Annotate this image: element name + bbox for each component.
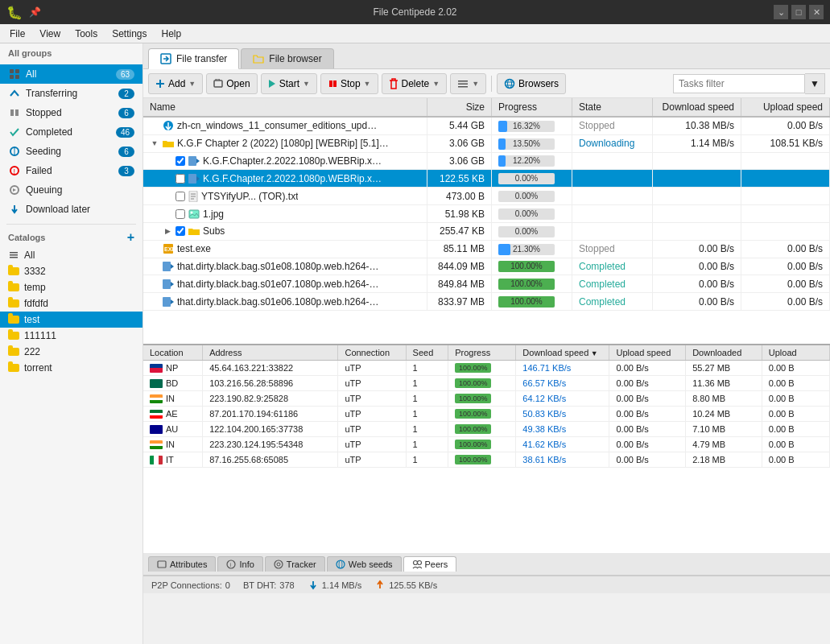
start-button[interactable]: Start ▼ xyxy=(261,73,317,94)
col-size[interactable]: Size xyxy=(427,98,492,117)
col-name[interactable]: Name xyxy=(143,98,427,117)
table-row[interactable]: ▶Subs255.47 KB0.00% xyxy=(143,222,830,240)
peers-col-seed[interactable]: Seed xyxy=(406,345,448,361)
row-checkbox[interactable] xyxy=(175,226,185,236)
row-checkbox[interactable] xyxy=(175,156,185,166)
col-progress[interactable]: Progress xyxy=(492,98,572,117)
table-row[interactable]: zh-cn_windows_11_consumer_editions_upd…5… xyxy=(143,117,830,134)
sidebar-item-transferring[interactable]: Transferring 2 xyxy=(0,84,142,103)
peer-uploaded-cell: 0.00 B xyxy=(762,422,829,437)
tab-tracker[interactable]: Tracker xyxy=(265,556,325,572)
peer-uploaded-cell: 0.00 B xyxy=(762,452,829,468)
menu-help[interactable]: Help xyxy=(155,27,188,41)
catalog-test[interactable]: test xyxy=(0,312,142,328)
peers-col-dl-speed[interactable]: Download speed xyxy=(516,345,609,361)
minimize-button[interactable]: ⌄ xyxy=(774,5,788,19)
tab-peers[interactable]: Peers xyxy=(403,556,457,572)
location-text: IN xyxy=(166,440,175,449)
catalog-3332[interactable]: 3332 xyxy=(0,263,142,279)
table-row[interactable]: that.dirty.black.bag.s01e08.1080p.web.h2… xyxy=(143,258,830,275)
expand-button[interactable]: ▶ xyxy=(163,226,172,236)
peers-row[interactable]: IN 223.230.124.195:54348 uTP 1 100.00% 4… xyxy=(143,437,830,452)
completed-icon xyxy=(8,126,21,138)
stop-button[interactable]: Stop ▼ xyxy=(320,73,378,94)
open-button[interactable]: Open xyxy=(206,73,257,94)
sidebar-item-queuing[interactable]: Queuing xyxy=(0,180,142,200)
expand-button[interactable]: ▼ xyxy=(150,138,159,148)
sidebar-item-seeding[interactable]: Seeding 6 xyxy=(0,142,142,161)
catalog-all[interactable]: All xyxy=(0,247,142,263)
sidebar-item-stopped[interactable]: Stopped 6 xyxy=(0,103,142,122)
more-button[interactable]: ▼ xyxy=(450,73,486,94)
table-row[interactable]: EXEtest.exe85.11 MB21.30%Stopped0.00 B/s… xyxy=(143,240,830,258)
catalog-fdfdfd[interactable]: fdfdfd xyxy=(0,295,142,312)
catalog-222[interactable]: 222 xyxy=(0,344,142,360)
catalog-temp[interactable]: temp xyxy=(0,279,142,295)
sidebar-item-completed[interactable]: Completed 46 xyxy=(0,122,142,142)
tab-info[interactable]: i Info xyxy=(217,556,262,572)
peers-col-upload[interactable]: Upload xyxy=(762,345,829,361)
browsers-button[interactable]: Browsers xyxy=(497,73,566,94)
table-row[interactable]: 1.jpg51.98 KB0.00% xyxy=(143,205,830,223)
peers-table-wrapper[interactable]: Location Address Connection Seed Progres… xyxy=(143,345,830,553)
table-row[interactable]: K.G.F.Chapter.2.2022.1080p.WEBRip.x…122.… xyxy=(143,170,830,188)
transfers-table-wrapper[interactable]: Name Size Progress State Download speed … xyxy=(143,98,830,344)
col-dl-speed[interactable]: Download speed xyxy=(653,98,741,117)
catalog-111111[interactable]: 111111 xyxy=(0,328,142,344)
peers-row[interactable]: IT 87.16.255.68:65085 uTP 1 100.00% 38.6… xyxy=(143,452,830,468)
peers-row[interactable]: BD 103.216.56.28:58896 uTP 1 100.00% 66.… xyxy=(143,376,830,391)
menu-tools[interactable]: Tools xyxy=(68,27,104,41)
peers-col-ul-speed[interactable]: Upload speed xyxy=(609,345,686,361)
tab-web-seeds[interactable]: Web seeds xyxy=(327,556,402,572)
tab-attributes[interactable]: Attributes xyxy=(148,556,216,572)
peers-col-progress[interactable]: Progress xyxy=(448,345,516,361)
table-row[interactable]: that.dirty.black.bag.s01e06.1080p.web.h2… xyxy=(143,293,830,311)
row-checkbox[interactable] xyxy=(175,192,185,201)
transfers-table: Name Size Progress State Download speed … xyxy=(143,98,830,311)
peers-row[interactable]: AE 87.201.170.194:61186 uTP 1 100.00% 50… xyxy=(143,407,830,422)
close-button[interactable]: ✕ xyxy=(809,5,824,19)
table-row[interactable]: that.dirty.black.bag.s01e07.1080p.web.h2… xyxy=(143,275,830,293)
menu-view[interactable]: View xyxy=(33,27,67,41)
peers-col-downloaded[interactable]: Downloaded xyxy=(686,345,762,361)
image-icon xyxy=(188,209,200,219)
sidebar-item-download-later[interactable]: Download later xyxy=(0,200,142,219)
sidebar-item-all[interactable]: All 63 xyxy=(0,64,142,84)
sidebar-stopped-label: Stopped xyxy=(26,107,114,118)
tab-file-browser[interactable]: File browser xyxy=(241,48,333,68)
catalog-torrent[interactable]: torrent xyxy=(0,360,142,376)
table-row[interactable]: YTSYifyUP... (TOR).txt473.00 B0.00% xyxy=(143,188,830,205)
peers-row[interactable]: IN 223.190.82.9:25828 uTP 1 100.00% 64.1… xyxy=(143,391,830,407)
add-catalog-button[interactable]: + xyxy=(127,231,134,244)
table-row[interactable]: ▼K.G.F Chapter 2 (2022) [1080p] [WEBRip]… xyxy=(143,134,830,152)
add-button[interactable]: Add ▼ xyxy=(148,73,203,94)
tasks-filter-input[interactable] xyxy=(673,74,805,93)
menu-settings[interactable]: Settings xyxy=(105,27,153,41)
bdt-label: BT DHT: xyxy=(243,580,276,590)
bdt-value: 378 xyxy=(279,580,294,590)
table-row[interactable]: K.G.F.Chapter.2.2022.1080p.WEBRip.x…3.06… xyxy=(143,152,830,170)
menu-file[interactable]: File xyxy=(3,27,31,41)
peers-col-address[interactable]: Address xyxy=(203,345,338,361)
svg-rect-16 xyxy=(329,80,332,87)
dl-speed-cell xyxy=(653,205,741,223)
maximize-button[interactable]: □ xyxy=(791,5,806,19)
row-checkbox[interactable] xyxy=(175,174,185,184)
row-checkbox[interactable] xyxy=(175,209,185,219)
stop-arrow-icon: ▼ xyxy=(364,80,371,88)
col-ul-speed[interactable]: Upload speed xyxy=(741,98,830,117)
state-cell: Completed xyxy=(572,293,653,311)
sidebar-item-failed[interactable]: ! Failed 3 xyxy=(0,161,142,180)
state-cell xyxy=(572,188,653,205)
location-cell: BD xyxy=(143,376,203,391)
size-cell: 3.06 GB xyxy=(427,134,492,152)
col-state[interactable]: State xyxy=(572,98,653,117)
delete-button[interactable]: Delete ▼ xyxy=(382,73,448,94)
peers-col-connection[interactable]: Connection xyxy=(338,345,406,361)
peers-col-location[interactable]: Location xyxy=(143,345,203,361)
peers-row[interactable]: NP 45.64.163.221:33822 uTP 1 100.00% 146… xyxy=(143,361,830,376)
tab-file-transfer[interactable]: File transfer xyxy=(148,48,239,69)
peers-row[interactable]: AU 122.104.200.165:37738 uTP 1 100.00% 4… xyxy=(143,422,830,437)
filter-dropdown-button[interactable]: ▼ xyxy=(805,73,825,94)
folder-icon xyxy=(8,299,19,308)
